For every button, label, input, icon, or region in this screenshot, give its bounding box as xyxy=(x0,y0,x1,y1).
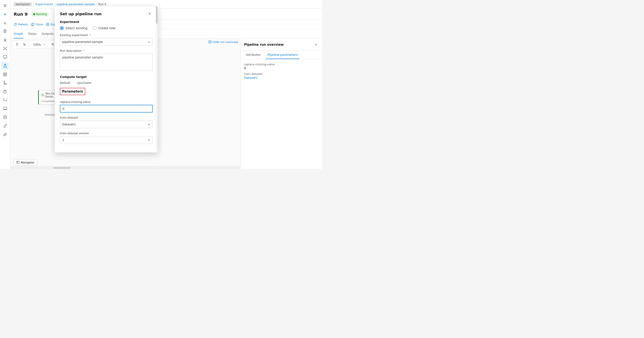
run-description-textarea[interactable]: pipeline parameter sample xyxy=(60,54,153,71)
experiments-link[interactable]: Experiments xyxy=(36,2,53,6)
raplace-label: raplace-missing-value xyxy=(60,100,153,104)
version-chevron-icon xyxy=(148,139,150,141)
panel-close-button[interactable]: × xyxy=(314,42,318,47)
hide-overview-button[interactable]: Hide run overview xyxy=(208,40,238,44)
cube-icon[interactable] xyxy=(1,88,9,95)
svg-line-9 xyxy=(4,48,5,48)
svg-rect-13 xyxy=(4,56,7,58)
desktop-icon[interactable] xyxy=(1,105,9,112)
existing-experiment-select[interactable]: pipeline-parameter-sample xyxy=(60,38,153,46)
experiment-radio-group: Select existing Create new xyxy=(60,26,153,30)
svg-point-6 xyxy=(6,47,7,48)
workspace-link[interactable]: workspace xyxy=(14,2,32,6)
existing-experiment-group: Existing experiment * pipeline-parameter… xyxy=(60,34,153,46)
panel-tab-attributes[interactable]: Attributes xyxy=(244,51,262,59)
raplace-input[interactable] xyxy=(60,105,153,112)
required-star-1: * xyxy=(88,34,90,37)
svg-point-5 xyxy=(3,47,4,48)
cloud-icon[interactable] xyxy=(1,96,9,104)
network-icon[interactable] xyxy=(1,45,9,52)
database-icon[interactable] xyxy=(1,114,9,121)
train-dataset-version-select[interactable]: 1 xyxy=(60,136,153,144)
panel-title: Pipeline run overview xyxy=(244,43,284,46)
panel-header: Pipeline run overview × xyxy=(241,39,322,51)
train-dataset-select[interactable]: Dataset1 xyxy=(60,120,153,128)
panel-tabs: Attributes Pipeline parameters xyxy=(241,51,322,59)
monitor-icon[interactable] xyxy=(1,53,9,61)
parameters-section: Parameters raplace-missing-value train-d… xyxy=(60,88,153,144)
status-text: Running xyxy=(36,13,47,16)
train-dataset-label: train-dataset xyxy=(60,116,153,119)
hamburger-icon[interactable]: ☰ xyxy=(1,2,9,10)
radio-select-existing[interactable]: Select existing xyxy=(60,26,88,30)
horizontal-scrollbar[interactable] xyxy=(10,166,240,169)
home-icon[interactable]: ⌂ xyxy=(1,19,9,27)
train-dataset-version-group: train-dataset version 1 xyxy=(60,132,153,144)
hand-tool-button[interactable] xyxy=(14,42,20,48)
scroll-thumb[interactable] xyxy=(53,167,70,169)
toolbar-divider-1 xyxy=(30,42,30,46)
svg-rect-63 xyxy=(17,162,18,162)
run-description-label: Run description * xyxy=(60,49,153,52)
hide-overview-label: Hide run overview xyxy=(213,40,238,44)
modal-scroll-thumb[interactable] xyxy=(156,6,158,24)
page-title: Run 9 xyxy=(14,12,28,17)
branch-icon[interactable] xyxy=(1,79,9,87)
select-chevron-icon xyxy=(148,40,150,43)
svg-marker-41 xyxy=(24,44,26,46)
breadcrumb-sep-1: › xyxy=(33,2,34,6)
svg-line-33 xyxy=(6,124,6,125)
train-dataset-version-value: 1 xyxy=(62,138,64,142)
raplace-group: raplace-missing-value xyxy=(60,100,153,112)
zoom-level: 100% xyxy=(32,43,42,46)
clone-button[interactable]: Clone xyxy=(31,23,43,26)
existing-experiment-value: pipeline-parameter-sample xyxy=(62,40,103,44)
existing-experiment-label: Existing experiment * xyxy=(60,34,153,37)
param-name-raplace: raplace-missing-value xyxy=(244,63,318,66)
svg-point-32 xyxy=(4,116,6,117)
svg-point-21 xyxy=(4,82,5,82)
compute-target-label: Compute target xyxy=(60,75,153,78)
compute-default-label: Default xyxy=(60,81,70,84)
navigator-label: Navigator xyxy=(21,161,34,164)
svg-line-11 xyxy=(4,49,5,50)
document-icon[interactable] xyxy=(1,28,9,35)
node-icon xyxy=(42,94,44,97)
select-tool-button[interactable] xyxy=(22,42,28,48)
param-value-train-dataset[interactable]: Dataset1 xyxy=(244,76,318,80)
svg-point-7 xyxy=(3,50,4,50)
pipeline-link[interactable]: pipeline-parameter-sample xyxy=(57,2,95,6)
select-existing-label: Select existing xyxy=(66,26,88,30)
status-badge: Running xyxy=(31,12,49,16)
svg-point-8 xyxy=(6,50,7,50)
svg-line-44 xyxy=(54,45,54,46)
lightning-icon[interactable] xyxy=(1,36,9,44)
modal-close-button[interactable]: × xyxy=(146,11,153,17)
flask-icon[interactable] xyxy=(1,62,9,70)
train-dataset-value: Dataset1 xyxy=(62,122,76,126)
clone-label: Clone xyxy=(36,23,43,26)
breadcrumb-sep-3: › xyxy=(96,2,97,6)
modal-body: Experiment Select existing Create new Ex… xyxy=(55,20,158,152)
refresh-button[interactable]: Refresh xyxy=(14,23,28,26)
param-row-raplace: raplace-missing-value 0 xyxy=(244,63,318,70)
status-dot xyxy=(33,13,35,15)
svg-line-10 xyxy=(5,48,6,48)
parameters-label: Parameters xyxy=(60,88,85,95)
tab-steps[interactable]: Steps xyxy=(28,30,36,38)
param-row-train-dataset: train-dataset: Dataset1 xyxy=(244,72,318,80)
blocks-icon[interactable] xyxy=(1,70,9,78)
navigator-button[interactable]: Navigator xyxy=(14,159,37,166)
link-icon[interactable] xyxy=(1,130,9,138)
radio-create-new[interactable]: Create new xyxy=(93,26,116,30)
toolbar-divider-2 xyxy=(48,42,48,46)
svg-rect-29 xyxy=(4,107,7,109)
experiment-section-label: Experiment xyxy=(60,20,153,24)
tab-graph[interactable]: Graph xyxy=(14,30,23,38)
plus-icon[interactable]: + xyxy=(1,10,9,18)
modal-scrollbar[interactable] xyxy=(156,6,158,152)
create-new-label: Create new xyxy=(98,26,116,30)
panel-tab-pipeline-params[interactable]: Pipeline parameters xyxy=(266,51,299,59)
edit-icon[interactable] xyxy=(1,122,9,130)
breadcrumb-sep-2: › xyxy=(54,2,56,6)
